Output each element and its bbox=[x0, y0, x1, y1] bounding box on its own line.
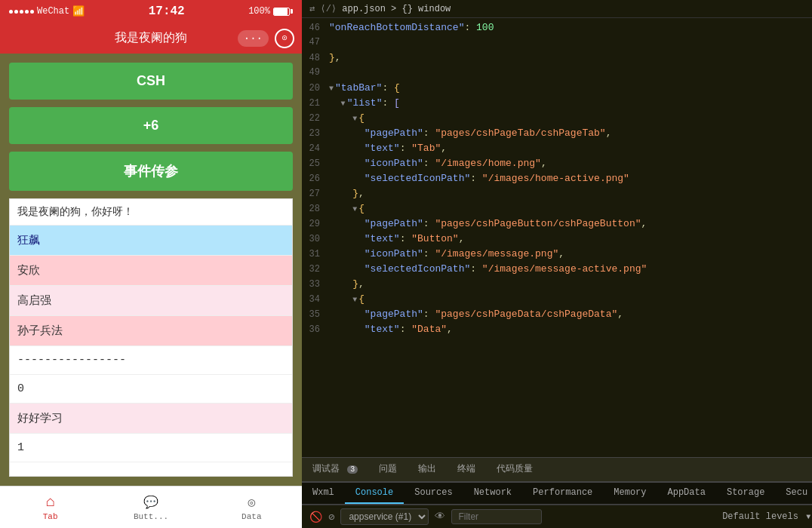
tab-secu[interactable]: Secu bbox=[775, 483, 812, 504]
default-levels-label: Default levels bbox=[722, 511, 798, 522]
tab-output-label: 输出 bbox=[418, 464, 436, 474]
default-levels-selector[interactable]: Default levels ▼ bbox=[722, 511, 810, 522]
tabbar: ⌂ Tab 💬 Butt... ◎ Data bbox=[0, 486, 302, 528]
title-bar: 我是夜阑的狗 ··· ⊙ bbox=[0, 23, 302, 54]
app-content: CSH +6 事件传参 我是夜阑的狗，你好呀！ 狂飙 安欣 高启强 孙子兵法 -… bbox=[0, 54, 302, 486]
code-line-28: 28 ▼{ bbox=[302, 202, 812, 217]
tab-terminal[interactable]: 终端 bbox=[447, 458, 486, 481]
line-num: 47 bbox=[302, 37, 329, 48]
tab-item-button[interactable]: 💬 Butt... bbox=[100, 491, 201, 524]
ban-icon[interactable]: 🚫 bbox=[309, 511, 322, 523]
tab-item-tab[interactable]: ⌂ Tab bbox=[0, 491, 100, 524]
breadcrumb-text: ⇄ ⟨/⟩ bbox=[309, 4, 342, 14]
code-line-25: 25 "iconPath": "/images/home.png", bbox=[302, 157, 812, 172]
tab-performance[interactable]: Performance bbox=[522, 483, 603, 504]
code-line-20: 20 ▼"tabBar": { bbox=[302, 81, 812, 97]
line-num: 35 bbox=[302, 309, 329, 320]
tab-wxml-label: Wxml bbox=[312, 487, 334, 498]
code-line-30: 30 "text": "Button", bbox=[302, 232, 812, 247]
debugger-badge: 3 bbox=[347, 465, 358, 474]
code-line-22: 22 ▼{ bbox=[302, 112, 812, 127]
line-num: 21 bbox=[302, 98, 329, 109]
title-bar-icons: ··· ⊙ bbox=[238, 29, 294, 48]
line-num: 20 bbox=[302, 83, 329, 94]
tab-output[interactable]: 输出 bbox=[408, 458, 447, 481]
tab-appdata-label: AppData bbox=[668, 487, 706, 498]
filter-input[interactable] bbox=[451, 509, 542, 524]
tab-storage-label: Storage bbox=[727, 487, 764, 498]
tab-code-quality[interactable]: 代码质量 bbox=[486, 458, 543, 481]
code-line-47: 47 bbox=[302, 36, 812, 51]
code-line-24: 24 "text": "Tab", bbox=[302, 142, 812, 157]
code-line-33: 33 }, bbox=[302, 278, 812, 293]
time-display: 17:42 bbox=[149, 5, 185, 18]
tab-issues[interactable]: 问题 bbox=[368, 458, 408, 481]
home-icon: ⌂ bbox=[42, 494, 59, 511]
list-item: ---------------- bbox=[10, 346, 292, 375]
eye-icon[interactable]: 👁 bbox=[435, 511, 445, 523]
tab-network[interactable]: Network bbox=[463, 483, 522, 504]
code-line-32: 32 "selectedIconPath": "/images/message-… bbox=[302, 262, 812, 278]
line-num: 23 bbox=[302, 128, 329, 139]
tab-storage[interactable]: Storage bbox=[716, 483, 775, 504]
list-item: 0 bbox=[10, 375, 292, 404]
bottom-icons: 🚫 ⊘ bbox=[309, 511, 334, 523]
tab-wxml[interactable]: Wxml bbox=[302, 483, 345, 504]
code-line-49: 49 bbox=[302, 66, 812, 81]
csh-button[interactable]: CSH bbox=[9, 63, 293, 100]
plus6-button[interactable]: +6 bbox=[9, 107, 293, 144]
tab-sources-label: Sources bbox=[414, 487, 452, 498]
tab-label-tab: Tab bbox=[43, 512, 58, 521]
tab-console-label: Console bbox=[355, 487, 393, 498]
list-item: 狂飙 bbox=[10, 226, 292, 256]
tab-issues-label: 问题 bbox=[379, 464, 397, 474]
event-button[interactable]: 事件传参 bbox=[9, 152, 293, 191]
record-button[interactable]: ⊙ bbox=[275, 29, 294, 48]
wechat-simulator: WeChat 📶 17:42 100% 我是夜阑的狗 ··· ⊙ CSH +6 … bbox=[0, 0, 302, 528]
tab-secu-label: Secu bbox=[786, 487, 807, 498]
tab-debugger[interactable]: 调试器 3 bbox=[302, 458, 368, 481]
signal-dots bbox=[9, 10, 34, 14]
battery-pct-label: 100% bbox=[248, 6, 270, 17]
editor-breadcrumb: ⇄ ⟨/⟩ app.json > {} window bbox=[302, 0, 812, 18]
line-num: 32 bbox=[302, 264, 329, 275]
input-placeholder-text: 我是夜阑的狗，你好呀！ bbox=[17, 206, 134, 218]
tab-memory-label: Memory bbox=[614, 487, 646, 498]
line-num: 36 bbox=[302, 324, 329, 335]
tab-network-label: Network bbox=[474, 487, 512, 498]
tab-label-data: Data bbox=[241, 512, 261, 521]
message-icon: 💬 bbox=[143, 494, 159, 511]
code-line-23: 23 "pagePath": "pages/cshPageTab/cshPage… bbox=[302, 127, 812, 142]
filter-icon[interactable]: ⊘ bbox=[328, 511, 334, 523]
status-bar: WeChat 📶 17:42 100% bbox=[0, 0, 302, 23]
more-button[interactable]: ··· bbox=[238, 30, 269, 47]
page-title: 我是夜阑的狗 bbox=[115, 30, 187, 46]
data-icon: ◎ bbox=[243, 494, 260, 511]
list-area: 我是夜阑的狗，你好呀！ 狂飙 安欣 高启强 孙子兵法 -------------… bbox=[9, 198, 293, 477]
status-right: 100% bbox=[248, 6, 293, 17]
list-item: 孙子兵法 bbox=[10, 316, 292, 346]
devtools-tabs: Wxml Console Sources Network Performance… bbox=[302, 482, 812, 505]
line-num: 26 bbox=[302, 173, 329, 184]
line-num: 33 bbox=[302, 279, 329, 290]
appservice-selector[interactable]: appservice (#1) bbox=[340, 508, 429, 525]
line-num: 28 bbox=[302, 204, 329, 214]
tab-console[interactable]: Console bbox=[345, 483, 404, 504]
battery-icon bbox=[273, 8, 293, 16]
tab-item-data[interactable]: ◎ Data bbox=[201, 491, 302, 524]
code-line-29: 29 "pagePath": "pages/cshPageButton/cshP… bbox=[302, 217, 812, 232]
tab-code-quality-label: 代码质量 bbox=[497, 464, 533, 474]
tab-performance-label: Performance bbox=[533, 487, 592, 498]
line-num: 31 bbox=[302, 249, 329, 259]
code-line-35: 35 "pagePath": "pages/cshPageData/cshPag… bbox=[302, 308, 812, 323]
line-num: 25 bbox=[302, 158, 329, 169]
breadcrumb-path: app.json > {} window bbox=[342, 4, 451, 14]
chevron-down-icon: ▼ bbox=[806, 513, 810, 521]
tab-appdata[interactable]: AppData bbox=[657, 483, 716, 504]
record-icon: ⊙ bbox=[281, 32, 287, 44]
tab-sources[interactable]: Sources bbox=[404, 483, 463, 504]
tab-memory[interactable]: Memory bbox=[603, 483, 657, 504]
line-num: 34 bbox=[302, 294, 329, 305]
code-line-36: 36 "text": "Data", bbox=[302, 323, 812, 338]
list-item: 好好学习 bbox=[10, 404, 292, 434]
